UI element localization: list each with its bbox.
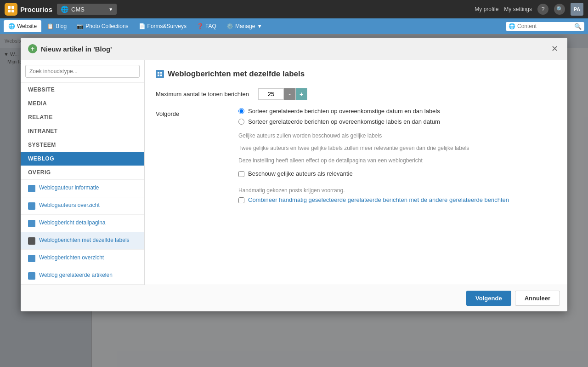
radio-label-1: Sorteer gerelateerde berichten op overee… — [248, 108, 440, 115]
radio-input-1[interactable] — [238, 108, 244, 114]
category-relatie[interactable]: RELATIE — [21, 110, 144, 124]
website-tab-icon: 🌐 — [8, 23, 15, 29]
content-title-icon — [156, 70, 164, 78]
nav-tab-photo-collections[interactable]: 📷 Photo Collections — [72, 20, 133, 32]
my-profile-link[interactable]: My profile — [475, 6, 498, 12]
nav-tab-manage[interactable]: ⚙️ Manage ▼ — [222, 20, 267, 32]
checkbox-combineer-link[interactable]: Combineer handmatig geselecteerde gerela… — [248, 196, 509, 203]
dialog-title: Nieuw artikel in 'Blog' — [41, 45, 112, 53]
manage-tab-icon: ⚙️ — [226, 23, 233, 29]
content-heading: Weblogberichten met dezelfde labels — [168, 69, 305, 79]
blog-tab-label: Blog — [56, 23, 67, 29]
increment-button[interactable]: + — [295, 88, 307, 100]
info-text-3: Deze instelling heeft alleen effect op d… — [238, 156, 556, 165]
globe-icon: 🌐 — [61, 6, 68, 13]
radio-group: Sorteer gerelateerde berichten op overee… — [238, 108, 556, 125]
checkbox-auteurs-option[interactable]: Beschouw gelijke auteurs als relevantie — [238, 170, 556, 177]
submenu-weblogauteur-info[interactable]: Weblogauteur informatie — [21, 180, 144, 197]
radio-option-2[interactable]: Sorteer gerelateerde berichten op overee… — [238, 118, 556, 125]
submenu-weblogbericht-detail[interactable]: Weblogbericht detailpagina — [21, 215, 144, 232]
nav-search[interactable]: 🌐 🔍 — [506, 22, 584, 31]
submenu-icon — [28, 185, 35, 192]
manage-dropdown-icon: ▼ — [257, 23, 262, 29]
nav-tab-blog[interactable]: 📋 Blog — [42, 20, 71, 32]
svg-rect-6 — [158, 75, 159, 76]
max-aantal-row: Maximum aantal te tonen berichten - + — [156, 88, 556, 100]
radio-option-1[interactable]: Sorteer gerelateerde berichten op overee… — [238, 108, 556, 115]
cms-dropdown[interactable]: 🌐 CMS ▼ — [57, 4, 117, 15]
max-aantal-label: Maximum aantal te tonen berichten — [156, 88, 249, 97]
category-overig[interactable]: OVERIG — [21, 166, 144, 179]
logo-text: Procurios — [20, 6, 52, 13]
submenu-label-5: Weblogberichten overzicht — [39, 254, 104, 261]
submenu-weblogberichten-labels[interactable]: Weblogberichten met dezelfde labels — [21, 232, 144, 250]
volgorde-control: Sorteer gerelateerde berichten op overee… — [238, 108, 556, 180]
category-website[interactable]: WEBSITE — [21, 83, 144, 97]
nav-search-input[interactable] — [517, 23, 572, 29]
handmatig-text: Handmatig gekozen posts krijgen voorrang… — [238, 187, 556, 194]
submenu-icon — [28, 220, 35, 227]
nav-bar: 🌐 Website 📋 Blog 📷 Photo Collections 📄 F… — [0, 18, 588, 34]
dialog: + Nieuw artikel in 'Blog' ✕ WEBSITE MEDI… — [21, 38, 567, 311]
top-bar: Procurios 🌐 CMS ▼ My profile My settings… — [0, 0, 588, 18]
close-button[interactable]: ✕ — [549, 43, 560, 54]
svg-rect-3 — [11, 10, 14, 12]
svg-rect-7 — [160, 75, 162, 76]
checkbox-combineer-input[interactable] — [238, 197, 244, 203]
forms-tab-icon: 📄 — [139, 23, 146, 29]
faq-tab-icon: ❓ — [197, 23, 204, 29]
handmatig-section: Handmatig gekozen posts krijgen voorrang… — [238, 187, 556, 203]
max-aantal-input[interactable] — [258, 88, 283, 100]
submenu-label-4: Weblogberichten met dezelfde labels — [39, 237, 130, 243]
dialog-plus-icon: + — [31, 45, 34, 52]
dialog-header-icon: + — [28, 44, 37, 53]
volgorde-label: Volgorde — [156, 108, 229, 117]
submenu-label-1: Weblogauteur informatie — [39, 184, 99, 191]
radio-input-2[interactable] — [238, 119, 244, 125]
svg-rect-1 — [11, 6, 14, 9]
forms-tab-label: Forms&Surveys — [147, 23, 187, 29]
content-title: Weblogberichten met dezelfde labels — [156, 69, 556, 79]
checkbox-auteurs-row: Beschouw gelijke auteurs als relevantie — [238, 170, 556, 177]
website-tab-label: Website — [17, 23, 37, 29]
dialog-footer: Volgende Annuleer — [21, 285, 567, 311]
nav-search-globe-icon: 🌐 — [509, 23, 515, 29]
submenu-weblogauteurs-overzicht[interactable]: Weblogauteurs overzicht — [21, 197, 144, 215]
annuleer-button[interactable]: Annuleer — [515, 291, 560, 306]
submenu-label-6: Weblog gerelateerde artikelen — [39, 272, 113, 278]
volgende-button[interactable]: Volgende — [466, 291, 511, 306]
category-systeem[interactable]: SYSTEEM — [21, 138, 144, 152]
submenu-weblogberichten-overzicht[interactable]: Weblogberichten overzicht — [21, 250, 144, 267]
category-media[interactable]: MEDIA — [21, 97, 144, 110]
info-text-2: Twee gelijke auteurs en twee gelijke lab… — [238, 144, 556, 153]
search-input[interactable] — [25, 65, 140, 78]
info-section: Gelijke auteurs zullen worden beschouwd … — [238, 132, 556, 166]
nav-tab-faq[interactable]: ❓ FAQ — [192, 20, 221, 32]
cms-label: CMS — [71, 6, 85, 13]
my-settings-link[interactable]: My settings — [504, 6, 532, 12]
submenu-weblog-gerelateerde[interactable]: Weblog gerelateerde artikelen — [21, 267, 144, 285]
search-icon[interactable]: 🔍 — [554, 4, 565, 15]
checkbox-auteurs-input[interactable] — [238, 171, 244, 177]
help-icon[interactable]: ? — [537, 4, 548, 15]
max-aantal-control: - + — [258, 88, 556, 100]
avatar[interactable]: PA — [571, 3, 583, 16]
search-box — [21, 60, 144, 83]
submenu-icon — [28, 255, 35, 262]
volgorde-row: Volgorde Sorteer gerelateerde berichten … — [156, 108, 556, 180]
svg-rect-2 — [8, 10, 11, 12]
content-area: Website > ... ▼ W... Mijn facturen + Nie… — [0, 34, 588, 367]
category-weblog[interactable]: WEBLOG — [21, 152, 144, 166]
decrement-button[interactable]: - — [283, 88, 295, 100]
submenu-icon — [28, 202, 35, 210]
logo: Procurios — [5, 3, 52, 16]
blog-tab-icon: 📋 — [47, 23, 54, 29]
main-content: Weblogberichten met dezelfde labels Maxi… — [145, 60, 567, 285]
checkbox-combineer-option[interactable]: Combineer handmatig geselecteerde gerela… — [238, 196, 556, 203]
nav-tab-forms-surveys[interactable]: 📄 Forms&Surveys — [134, 20, 191, 32]
top-bar-right: My profile My settings ? 🔍 PA — [475, 3, 583, 16]
nav-tab-website[interactable]: 🌐 Website — [4, 20, 41, 32]
dialog-body: WEBSITE MEDIA RELATIE INTRANET SYSTEEM W… — [21, 60, 567, 285]
category-intranet[interactable]: INTRANET — [21, 124, 144, 138]
logo-icon — [5, 3, 17, 16]
